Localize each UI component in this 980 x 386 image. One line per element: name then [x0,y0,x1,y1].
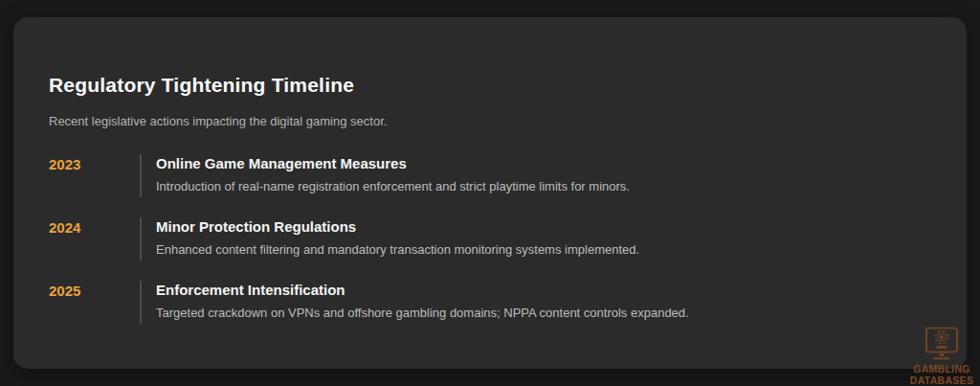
timeline-year: 2025 [49,281,140,324]
entry-description: Enhanced content filtering and mandatory… [156,242,639,258]
timeline-card: Regulatory Tightening Timeline Recent le… [13,17,967,369]
timeline-year: 2024 [49,217,140,261]
timeline-entry: Online Game Management Measures Introduc… [140,154,630,197]
timeline-year: 2023 [49,154,140,197]
timeline-row-2023: 2023 Online Game Management Measures Int… [49,154,931,197]
timeline-entry: Minor Protection Regulations Enhanced co… [140,217,639,261]
page-subtitle: Recent legislative actions impacting the… [49,114,931,129]
timeline-row-2025: 2025 Enforcement Intensification Targete… [49,281,931,324]
timeline-row-2024: 2024 Minor Protection Regulations Enhanc… [49,217,931,261]
gambling-databases-logo: GAMBLING DATABASES [904,327,979,386]
timeline: 2023 Online Game Management Measures Int… [49,154,931,324]
watermark-line1: GAMBLING [904,364,979,375]
timeline-entry: Enforcement Intensification Targeted cra… [140,281,689,324]
watermark-line2: DATABASES [904,375,979,386]
monitor-poker-chip-spade-icon [922,327,962,362]
entry-title: Enforcement Intensification [156,282,689,299]
page-title: Regulatory Tightening Timeline [49,74,931,97]
entry-title: Online Game Management Measures [156,155,630,172]
entry-title: Minor Protection Regulations [156,218,639,236]
entry-description: Introduction of real-name registration e… [156,179,630,194]
entry-description: Targeted crackdown on VPNs and offshore … [156,306,689,321]
